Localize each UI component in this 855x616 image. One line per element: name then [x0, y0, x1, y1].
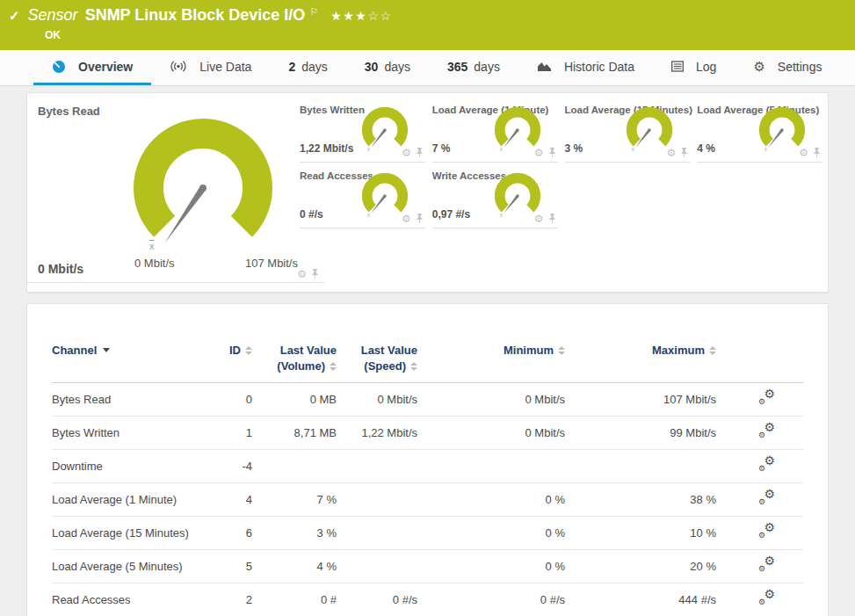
- tab-2-days[interactable]: 2 days: [270, 50, 345, 85]
- pin-icon[interactable]: [311, 268, 319, 279]
- gear-icon[interactable]: ⚙: [402, 214, 411, 224]
- gauge-cell-bytes-written[interactable]: Bytes Written 1,22 Mbit/s ⚙: [300, 97, 425, 163]
- gauge-value: 0,97 #/s: [432, 208, 470, 221]
- channels-table: Channel ID Last Value (Volume) Last Valu…: [52, 343, 803, 616]
- last-value-volume: 8,71 MB: [252, 417, 337, 450]
- channel-id: 4: [203, 483, 252, 517]
- tab-30-days[interactable]: 30 days: [346, 50, 429, 85]
- gauge-tools: ⚙: [402, 147, 424, 158]
- channel-id: -4: [203, 450, 252, 483]
- tab-num: 30: [365, 60, 379, 74]
- tab-label: days: [474, 60, 500, 74]
- col-header-minimum[interactable]: Minimum: [417, 343, 565, 383]
- table-row-load-average-1-minute: Load Average (1 Minute) 4 7 % 0 % 38 % ⚙…: [52, 483, 803, 517]
- tab-live-data[interactable]: Live Data: [151, 50, 270, 85]
- minimum-value: 0 %: [417, 483, 565, 517]
- gear-icon[interactable]: ⚙: [534, 148, 544, 158]
- content-area: Bytes Read x 0 Mbit/s 107 Mbit/s 0 Mbit/…: [0, 86, 855, 616]
- primary-gauge-bytes-read[interactable]: Bytes Read x 0 Mbit/s 107 Mbit/s 0 Mbit/…: [27, 93, 300, 292]
- last-value-speed: 0 #/s: [337, 583, 417, 616]
- channel-name: Load Average (15 Minutes): [52, 517, 203, 550]
- pin-icon[interactable]: [548, 147, 556, 158]
- last-value-speed: [337, 483, 417, 517]
- tab-settings[interactable]: ⚙ Settings: [735, 50, 840, 85]
- area-chart-icon: [537, 61, 552, 72]
- gear-icon[interactable]: ⚙: [297, 269, 307, 279]
- channel-name: Downtime: [52, 450, 203, 483]
- minimum-value: 0 %: [417, 550, 565, 583]
- gauge-tools: ⚙: [666, 147, 688, 158]
- gauge-cell-load-average-1-minute[interactable]: Load Average (1 Minute) 7 % ⚙: [432, 97, 558, 163]
- pin-icon[interactable]: [813, 147, 821, 158]
- table-row-load-average-15-minutes: Load Average (15 Minutes) 6 3 % 0 % 10 %…: [52, 517, 803, 550]
- col-header-channel[interactable]: Channel: [52, 343, 203, 383]
- edit-channel-icon[interactable]: ⚙⚙: [758, 491, 775, 505]
- channel-id: 1: [203, 417, 252, 450]
- channel-id: 5: [203, 550, 252, 583]
- minimum-value: [417, 450, 565, 483]
- prtg-sensor-page: ✓ Sensor SNMP Linux Block Device I/O ⚐ ★…: [0, 0, 855, 616]
- live-broadcast-icon: [170, 61, 187, 72]
- pin-icon[interactable]: [680, 147, 688, 158]
- tab-bar: Overview Live Data 2 days 30 days 365 da…: [0, 50, 855, 86]
- tab-365-days[interactable]: 365 days: [429, 50, 518, 85]
- maximum-value: 20 %: [565, 550, 716, 583]
- table-header-row: Channel ID Last Value (Volume) Last Valu…: [52, 343, 803, 383]
- last-value-speed: 0 Mbit/s: [337, 383, 417, 417]
- gauge-cell-load-average-15-minutes[interactable]: Load Average (15 Minutes) 3 % ⚙: [565, 97, 691, 163]
- col-header-maximum[interactable]: Maximum: [565, 343, 716, 383]
- edit-channel-icon[interactable]: ⚙⚙: [758, 558, 775, 572]
- tab-label: Historic Data: [564, 60, 634, 74]
- channel-name: Load Average (5 Minutes): [52, 550, 203, 583]
- gear-icon[interactable]: ⚙: [666, 148, 676, 158]
- maximum-value: 38 %: [565, 483, 716, 517]
- pin-icon[interactable]: [416, 213, 424, 224]
- maximum-value: 107 Mbit/s: [565, 383, 716, 417]
- last-value-speed: [337, 450, 417, 483]
- priority-flag-icon[interactable]: ⚐: [309, 6, 318, 18]
- edit-channel-icon[interactable]: ⚙⚙: [758, 424, 775, 438]
- gauge-title: Bytes Read: [38, 105, 100, 118]
- tab-label: days: [384, 60, 410, 74]
- gauge-scale-max: 107 Mbit/s: [245, 257, 298, 270]
- table-row-read-accesses: Read Accesses 2 0 # 0 #/s 0 #/s 444 #/s …: [52, 583, 803, 616]
- maximum-value: 99 Mbit/s: [565, 417, 716, 450]
- sort-icon: [558, 346, 565, 355]
- edit-channel-icon[interactable]: ⚙⚙: [758, 391, 775, 405]
- priority-stars[interactable]: ★★★☆☆: [330, 9, 392, 23]
- tab-historic-data[interactable]: Historic Data: [518, 50, 653, 85]
- table-row-load-average-5-minutes: Load Average (5 Minutes) 5 4 % 0 % 20 % …: [52, 550, 803, 583]
- gauge-cell-read-accesses[interactable]: Read Accesses 0 #/s ⚙: [300, 163, 425, 228]
- gear-icon[interactable]: ⚙: [799, 148, 808, 158]
- channel-name: Load Average (1 Minute): [52, 483, 203, 517]
- stars-filled[interactable]: ★★★: [330, 9, 367, 23]
- col-header-id[interactable]: ID: [203, 343, 252, 383]
- gauge-cell-load-average-5-minutes[interactable]: Load Average (5 Minutes) 4 % ⚙: [697, 97, 822, 163]
- edit-channel-icon[interactable]: ⚙⚙: [758, 525, 775, 539]
- small-gauges-grid: Bytes Written 1,22 Mbit/s ⚙ Load Average…: [300, 93, 822, 292]
- sort-icon: [330, 362, 337, 371]
- gauge-value: 7 %: [432, 142, 451, 155]
- col-header-last-value-speed[interactable]: Last Value (Speed): [337, 343, 417, 383]
- edit-channel-icon[interactable]: ⚙⚙: [758, 458, 775, 472]
- col-label: ID: [229, 344, 241, 357]
- gauge-cell-write-accesses[interactable]: Write Accesses 0,97 #/s ⚙: [432, 163, 558, 228]
- edit-channel-icon[interactable]: ⚙⚙: [758, 591, 775, 605]
- gear-icon[interactable]: ⚙: [534, 214, 544, 224]
- pin-icon[interactable]: [548, 213, 556, 224]
- tab-overview[interactable]: Overview: [33, 50, 151, 85]
- sensor-title-row: ✓ Sensor SNMP Linux Block Device I/O ⚐ ★…: [9, 6, 844, 25]
- tab-log[interactable]: Log: [653, 50, 735, 85]
- col-label: Last Value (Volume): [277, 344, 337, 373]
- col-header-last-value-volume[interactable]: Last Value (Volume): [252, 343, 337, 383]
- gauge-icon: [52, 60, 66, 74]
- tab-num: 365: [447, 60, 467, 74]
- channel-id: 6: [203, 517, 252, 550]
- col-label: Maximum: [652, 344, 705, 357]
- stars-empty[interactable]: ☆☆: [367, 9, 392, 23]
- last-value-volume: 3 %: [252, 517, 337, 550]
- gear-icon[interactable]: ⚙: [402, 148, 411, 158]
- gauge-dial: [115, 104, 291, 262]
- pin-icon[interactable]: [416, 147, 424, 158]
- sort-desc-icon: [103, 348, 110, 352]
